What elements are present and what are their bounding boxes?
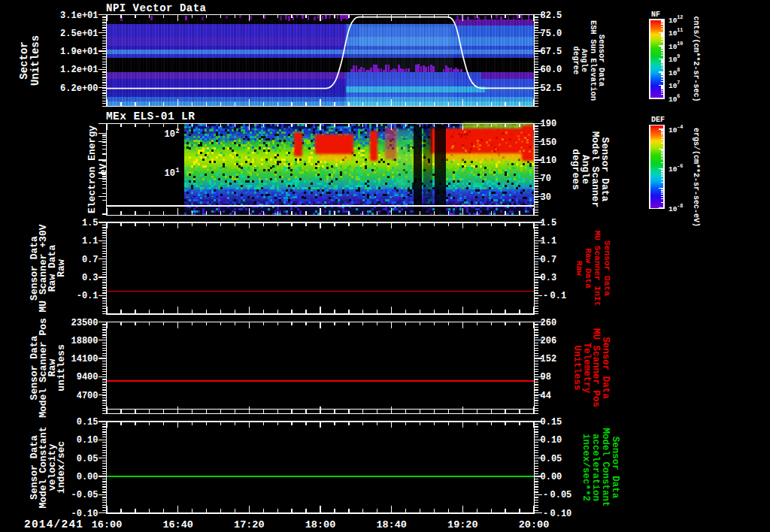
svg-text:44: 44 xyxy=(541,391,551,401)
svg-text:30: 30 xyxy=(541,192,551,203)
svg-text:4700: 4700 xyxy=(77,391,99,401)
svg-text:-0.1: -0.1 xyxy=(77,291,99,301)
svg-text:0.10: 0.10 xyxy=(550,509,572,519)
svg-text:10: 10 xyxy=(668,82,678,90)
svg-text:MU Scanner InIt: MU Scanner InIt xyxy=(593,231,602,307)
svg-text:12: 12 xyxy=(677,14,683,20)
svg-text:0.10: 0.10 xyxy=(77,435,99,446)
svg-text:1.5: 1.5 xyxy=(541,218,557,228)
svg-text:6: 6 xyxy=(677,93,680,99)
svg-text:0.05: 0.05 xyxy=(77,454,99,464)
svg-text:10: 10 xyxy=(668,43,678,51)
svg-text:16:40: 16:40 xyxy=(162,519,193,530)
svg-text:Sensor Data: Sensor Data xyxy=(597,35,606,87)
svg-text:0.3: 0.3 xyxy=(82,273,99,283)
svg-text:eV: eV xyxy=(98,164,109,176)
svg-text:2014/241: 2014/241 xyxy=(24,518,83,530)
svg-text:67.5: 67.5 xyxy=(541,47,562,57)
svg-text:20:00: 20:00 xyxy=(519,519,550,530)
svg-text:10: 10 xyxy=(668,56,678,64)
svg-text:18800: 18800 xyxy=(71,336,98,346)
svg-text:Unitless: Unitless xyxy=(29,35,41,86)
svg-text:-4: -4 xyxy=(677,124,683,130)
svg-text:10: 10 xyxy=(668,205,678,213)
svg-text:Angle: Angle xyxy=(580,49,589,73)
svg-text:0.05: 0.05 xyxy=(541,454,562,464)
svg-text:1.9e+01: 1.9e+01 xyxy=(60,47,98,57)
svg-text:1.2e+01: 1.2e+01 xyxy=(60,65,98,75)
svg-text:-: - xyxy=(543,490,548,500)
svg-text:60.0: 60.0 xyxy=(541,65,562,75)
svg-text:NPI Vector Data: NPI Vector Data xyxy=(106,2,207,14)
svg-text:ergs/(cm**2-sr-sec-eV): ergs/(cm**2-sr-sec-eV) xyxy=(692,128,700,227)
svg-text:1.1: 1.1 xyxy=(82,236,99,246)
svg-text:1: 1 xyxy=(176,167,180,174)
svg-text:-6: -6 xyxy=(677,163,683,169)
svg-text:0.15: 0.15 xyxy=(541,417,562,428)
svg-text:Sensor Data: Sensor Data xyxy=(602,240,611,296)
svg-text:NF: NF xyxy=(651,11,660,19)
svg-text:0.00: 0.00 xyxy=(77,472,99,482)
svg-text:17:20: 17:20 xyxy=(234,519,265,530)
svg-text:75.0: 75.0 xyxy=(541,29,562,39)
svg-text:206: 206 xyxy=(541,336,557,346)
svg-text:0.7: 0.7 xyxy=(541,255,557,265)
svg-text:10: 10 xyxy=(165,168,175,179)
svg-text:7: 7 xyxy=(677,80,680,86)
svg-text:190: 190 xyxy=(541,119,557,129)
svg-text:-0.10: -0.10 xyxy=(71,509,98,519)
svg-text:10: 10 xyxy=(668,69,678,77)
svg-text:-: - xyxy=(543,291,548,301)
svg-text:index/sec: index/sec xyxy=(56,441,67,494)
svg-text:6.2e+00: 6.2e+00 xyxy=(60,83,98,94)
svg-text:14100: 14100 xyxy=(71,354,98,364)
svg-text:82.5: 82.5 xyxy=(541,11,562,21)
svg-text:16:00: 16:00 xyxy=(92,519,123,530)
svg-text:degree: degree xyxy=(571,47,581,75)
svg-text:150: 150 xyxy=(541,138,557,148)
svg-text:70: 70 xyxy=(541,174,551,184)
svg-text:260: 260 xyxy=(541,318,557,328)
svg-text:18:40: 18:40 xyxy=(376,519,407,530)
svg-text:10: 10 xyxy=(668,17,678,25)
svg-text:MEx ELS-01 LR: MEx ELS-01 LR xyxy=(106,110,195,122)
svg-text:0.00: 0.00 xyxy=(541,472,562,482)
svg-text:DEF: DEF xyxy=(651,116,665,124)
svg-text:-: - xyxy=(543,509,548,519)
svg-text:Electron Energy: Electron Energy xyxy=(86,125,98,213)
svg-text:11: 11 xyxy=(677,27,683,33)
svg-text:-8: -8 xyxy=(677,203,683,209)
svg-text:0.1: 0.1 xyxy=(550,291,567,301)
svg-text:2.5e+01: 2.5e+01 xyxy=(60,29,98,39)
svg-text:ESH Sun Elevation: ESH Sun Elevation xyxy=(589,20,598,101)
svg-text:10: 10 xyxy=(165,129,175,140)
svg-text:0.7: 0.7 xyxy=(82,255,99,265)
svg-text:152: 152 xyxy=(541,354,557,364)
svg-text:8: 8 xyxy=(677,67,680,73)
svg-text:Unitless: Unitless xyxy=(571,345,582,390)
svg-text:Raw Data: Raw Data xyxy=(584,248,593,289)
svg-text:9: 9 xyxy=(677,53,680,59)
svg-text:incex/sec**2: incex/sec**2 xyxy=(581,434,591,501)
svg-text:0.05: 0.05 xyxy=(550,490,572,500)
svg-text:3.1e+01: 3.1e+01 xyxy=(60,11,98,21)
svg-text:52.5: 52.5 xyxy=(541,83,562,94)
svg-text:110: 110 xyxy=(541,156,557,166)
svg-text:10: 10 xyxy=(677,41,683,47)
svg-text:10: 10 xyxy=(668,29,678,38)
svg-text:1.1: 1.1 xyxy=(541,236,557,246)
svg-text:unitless: unitless xyxy=(56,344,67,391)
svg-text:Raw: Raw xyxy=(56,259,67,277)
svg-text:Raw: Raw xyxy=(574,261,584,276)
svg-text:cnts/(cm**2-sr-sec): cnts/(cm**2-sr-sec) xyxy=(692,16,700,101)
svg-text:9400: 9400 xyxy=(77,372,99,382)
svg-text:10: 10 xyxy=(668,126,678,135)
svg-text:0.10: 0.10 xyxy=(541,435,562,446)
svg-text:10: 10 xyxy=(668,95,678,104)
svg-text:10: 10 xyxy=(668,165,678,174)
svg-text:98: 98 xyxy=(541,372,551,382)
svg-text:degrees: degrees xyxy=(570,149,581,190)
svg-text:1.5: 1.5 xyxy=(82,218,99,228)
svg-text:0.15: 0.15 xyxy=(77,417,99,428)
svg-text:2: 2 xyxy=(176,128,180,135)
